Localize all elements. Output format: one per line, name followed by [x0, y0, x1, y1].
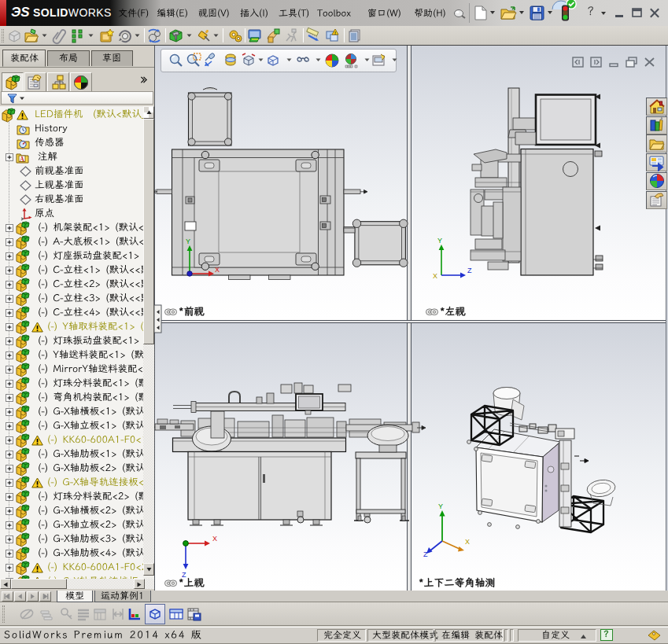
svg-text:X: X [465, 538, 470, 546]
svg-text:Z: Z [423, 550, 428, 558]
svg-text:!: ! [334, 31, 336, 35]
svg-text:A: A [20, 156, 24, 163]
svg-text:X: X [215, 266, 220, 274]
svg-text:Y: Y [186, 237, 190, 245]
svg-text:Z: Z [182, 571, 186, 579]
svg-text:Z: Z [467, 267, 472, 274]
svg-text:X: X [433, 272, 437, 280]
svg-text:Y: Y [438, 502, 443, 510]
svg-text:Y: Y [437, 237, 442, 245]
svg-text:X: X [212, 535, 217, 543]
